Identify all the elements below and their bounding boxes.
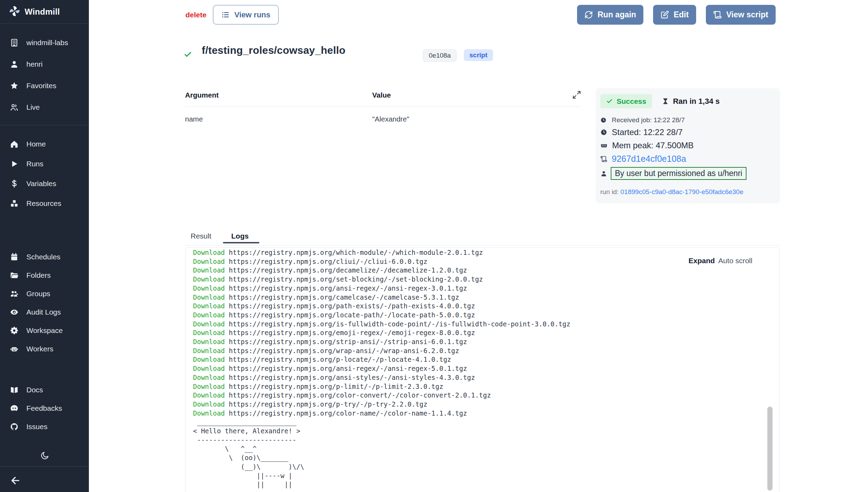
script-hash-badge: 0e108a [423,49,457,62]
logo-text: Windmill [25,7,60,17]
sidebar-item-issues[interactable]: Issues [0,417,89,436]
sidebar-item-label: Folders [26,271,51,280]
page-title: f/testing_roles/cowsay_hello [202,44,345,56]
tab-divider [185,245,780,245]
sidebar-item-home[interactable]: Home [0,134,89,154]
memory-icon [600,142,608,149]
logs-panel: Download https://registry.npmjs.org/whic… [185,247,780,492]
windmill-logo-icon [8,5,21,19]
edit-icon [660,10,669,19]
logs-controls: Expand Auto scroll [688,257,752,265]
dark-mode-toggle[interactable] [37,449,51,462]
arguments-table-header: Argument Value [185,91,581,107]
sidebar-item-workers[interactable]: Workers [0,340,89,358]
status-badge: Success [600,94,652,108]
sidebar: Windmill windmill-labshenriFavoritesLive… [0,0,89,492]
run-again-button[interactable]: Run again [577,5,643,25]
sidebar-tertiary-nav: DocsFeedbacksIssues [0,381,89,436]
action-buttons: Run again Edit View script [577,5,776,25]
active-tab-underline [223,242,259,243]
scroll-icon [600,156,607,162]
sidebar-workspace-group: windmill-labshenriFavoritesLive [0,32,89,118]
clock-icon [600,117,607,123]
sidebar-item-workspace[interactable]: Workspace [0,321,89,340]
log-output: Download https://registry.npmjs.org/whic… [193,248,570,489]
sidebar-item-feedbacks[interactable]: Feedbacks [0,399,89,417]
sidebar-item-live[interactable]: Live [0,97,89,118]
sidebar-primary-nav: HomeRunsVariablesResources [0,134,89,213]
dollar-icon [9,179,19,188]
user-icon [600,170,607,177]
expand-logs-button[interactable]: Expand [688,257,715,265]
sidebar-item-label: Workers [26,345,53,353]
started-row: Started: 12:22 28/7 [600,127,683,137]
robot-icon [9,344,19,353]
permission-row: By user but permissioned as u/henri [600,167,746,180]
sidebar-item-label: Groups [26,290,50,298]
sidebar-secondary-nav: SchedulesFoldersGroupsAudit LogsWorkspac… [0,248,89,358]
job-status-panel: Success Ran in 1,34 s Received job: 12:2… [596,88,780,203]
github-icon [9,422,19,431]
sidebar-item-audit-logs[interactable]: Audit Logs [0,303,89,321]
groups-icon [9,289,19,298]
run-id-row: run id: 01899c05-c9a0-d8ac-1790-e50fadc6… [600,188,743,196]
sidebar-item-label: Favorites [26,82,56,90]
play-icon [9,159,19,168]
list-icon [221,10,230,19]
tab-result[interactable]: Result [191,232,211,240]
sidebar-item-label: henri [26,60,43,68]
user-icon [9,60,19,69]
parent-hash-row: 9267d1e4cf0e108a [600,154,686,164]
run-id-link[interactable]: 01899c05-c9a0-d8ac-1790-e50fadc6e30e [620,188,743,195]
sidebar-item-groups[interactable]: Groups [0,284,89,303]
folder-icon [9,270,19,280]
sidebar-item-label: Issues [26,423,48,431]
sidebar-item-docs[interactable]: Docs [0,381,89,399]
clock-icon [600,129,607,136]
sidebar-item-label: Resources [26,199,61,208]
duration: Ran in 1,34 s [662,97,720,106]
received-job-row: Received job: 12:22 28/7 [600,116,685,124]
autoscroll-toggle[interactable]: Auto scroll [718,257,752,265]
sidebar-item-folders[interactable]: Folders [0,266,89,284]
sidebar-item-variables[interactable]: Variables [0,174,89,193]
permission-note: By user but permissioned as u/henri [611,167,746,180]
maximize-icon[interactable] [572,90,581,99]
edit-button[interactable]: Edit [653,5,696,25]
discord-icon [9,403,19,413]
eye-icon [9,307,19,317]
sidebar-collapse-button[interactable] [8,473,23,488]
view-script-button[interactable]: View script [706,5,776,25]
home-icon [9,139,19,149]
sidebar-divider [0,125,89,125]
cubes-icon [9,199,19,208]
sidebar-item-windmill-labs[interactable]: windmill-labs [0,32,89,53]
sidebar-item-label: Runs [26,160,43,168]
parent-hash-link[interactable]: 9267d1e4cf0e108a [612,154,686,164]
sidebar-item-runs[interactable]: Runs [0,154,89,174]
script-kind-badge: script [464,49,493,61]
cowsay-ascii-art: _________________________ < Hello there,… [193,418,570,489]
sidebar-item-schedules[interactable]: Schedules [0,248,89,266]
sidebar-item-label: Docs [26,386,43,394]
view-runs-button[interactable]: View runs [213,5,279,25]
calendar-icon [9,252,19,261]
tab-logs[interactable]: Logs [231,232,249,240]
book-icon [9,385,19,394]
sidebar-item-henri[interactable]: henri [0,53,89,75]
sidebar-item-label: Schedules [26,253,60,261]
table-row: name "Alexandre" [185,107,581,115]
sidebar-item-resources[interactable]: Resources [0,193,89,213]
hourglass-icon [662,98,669,105]
arrow-left-icon [10,475,21,486]
sidebar-item-label: Variables [26,180,56,188]
scroll-icon [713,10,722,19]
sidebar-item-label: Home [26,140,46,148]
sidebar-logo[interactable]: Windmill [0,0,89,24]
delete-button[interactable]: delete [185,11,207,19]
sidebar-item-label: Live [26,103,40,111]
argument-name: name [185,115,203,123]
sidebar-item-favorites[interactable]: Favorites [0,75,89,97]
moon-icon [40,451,49,460]
logs-scrollbar-thumb[interactable] [767,407,773,491]
